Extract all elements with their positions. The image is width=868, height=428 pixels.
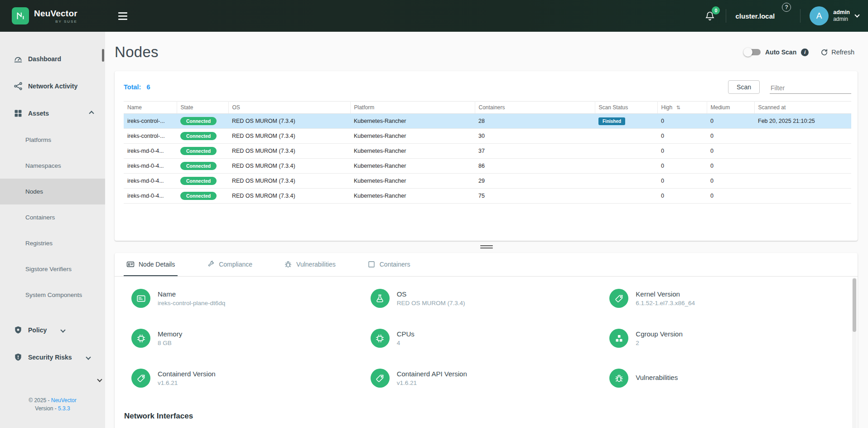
menu-toggle-button[interactable] xyxy=(116,10,130,23)
sidebar-item-namespaces[interactable]: Namespaces xyxy=(0,153,105,179)
cell-high: 0 xyxy=(657,174,707,189)
panel-resize-handle[interactable] xyxy=(480,244,493,249)
sidebar-item-containers[interactable]: Containers xyxy=(0,204,105,230)
column-header-name[interactable]: Name xyxy=(124,102,177,114)
sidebar-item-assets[interactable]: Assets xyxy=(0,100,105,127)
column-header-scanned-at[interactable]: Scanned at xyxy=(754,102,851,114)
dashboard-icon xyxy=(14,54,23,63)
network-interfaces-title: Network Interfaces xyxy=(124,412,858,421)
copyright-text: © 2025 - xyxy=(29,397,49,404)
cell-medium: 0 xyxy=(707,144,754,159)
tab-vulnerabilities[interactable]: Vulnerabilities xyxy=(281,253,338,276)
logo-name: NeuVector xyxy=(34,9,77,19)
total-count: Total:6 xyxy=(124,83,150,91)
user-avatar: A xyxy=(810,6,829,25)
cell-os: RED OS MUROM (7.3.4) xyxy=(228,159,350,174)
column-header-state[interactable]: State xyxy=(177,102,228,114)
cell-medium: 0 xyxy=(707,174,754,189)
help-icon[interactable]: ? xyxy=(782,3,791,12)
refresh-button[interactable]: Refresh xyxy=(820,49,854,56)
sidebar-item-system-components[interactable]: System Components xyxy=(0,282,105,308)
logo-byline: BY SUSE xyxy=(34,19,77,24)
cell-high: 0 xyxy=(657,129,707,144)
top-bar: NeuVector BY SUSE 0 cluster.local ? A ad… xyxy=(0,0,868,32)
neuvector-link[interactable]: NeuVector xyxy=(51,397,77,404)
refresh-icon xyxy=(820,49,828,56)
sidebar-item-network-activity[interactable]: Network Activity xyxy=(0,73,105,100)
sidebar-item-label: Security Risks xyxy=(28,354,72,361)
sidebar-scroll-down-icon[interactable] xyxy=(97,377,102,382)
field-memory: Memory 8 GB xyxy=(131,318,371,358)
cell-containers: 75 xyxy=(475,189,595,204)
node-details-card: Node Details Compliance Vulnerabiliti xyxy=(115,253,858,428)
details-scrollbar[interactable] xyxy=(852,277,857,428)
cubes-icon xyxy=(609,329,628,348)
table-row[interactable]: ireks-md-0-4... Connected RED OS MUROM (… xyxy=(124,159,851,174)
sidebar-item-dashboard[interactable]: Dashboard xyxy=(0,45,105,73)
sidebar-item-nodes[interactable]: Nodes xyxy=(0,179,105,204)
node-details-grid: Name ireks-control-plane-dt6dq OS RED OS… xyxy=(115,277,858,398)
cluster-selector[interactable]: cluster.local xyxy=(735,12,775,20)
sidebar: Dashboard Network Activity Assets Platfo… xyxy=(0,32,105,428)
nodes-table: Name State OS Platform Containers Scan S… xyxy=(124,101,851,204)
cell-state: Connected xyxy=(177,159,228,174)
table-header-row: Name State OS Platform Containers Scan S… xyxy=(124,102,851,114)
notifications-bell-button[interactable]: 0 xyxy=(705,10,715,21)
brand-logo[interactable]: NeuVector BY SUSE xyxy=(0,7,105,24)
table-row[interactable]: ireks-control-... Connected RED OS MUROM… xyxy=(124,129,851,144)
column-header-platform[interactable]: Platform xyxy=(350,102,475,114)
chevron-up-icon xyxy=(89,111,94,116)
bug-icon xyxy=(609,369,628,388)
column-header-os[interactable]: OS xyxy=(228,102,350,114)
field-name: Name ireks-control-plane-dt6dq xyxy=(131,278,371,318)
state-badge: Connected xyxy=(180,147,217,155)
cell-containers: 29 xyxy=(475,174,595,189)
tab-containers[interactable]: Containers xyxy=(365,253,413,276)
auto-scan-toggle[interactable] xyxy=(744,49,761,55)
cell-state: Connected xyxy=(177,144,228,159)
cell-state: Connected xyxy=(177,114,228,129)
sidebar-item-security-risks[interactable]: Security Risks xyxy=(0,344,105,371)
user-menu[interactable]: A admin admin xyxy=(810,6,859,25)
cell-os: RED OS MUROM (7.3.4) xyxy=(228,189,350,204)
info-icon[interactable]: i xyxy=(801,49,809,56)
bug-icon xyxy=(284,260,292,268)
column-header-medium[interactable]: Medium xyxy=(707,102,754,114)
chevron-down-icon xyxy=(61,327,66,332)
version-link[interactable]: 5.3.3 xyxy=(58,405,70,412)
assets-icon xyxy=(14,109,23,118)
column-header-high[interactable]: High ⇅ xyxy=(657,102,707,114)
details-scrollbar-thumb[interactable] xyxy=(853,278,856,332)
topbar-divider xyxy=(726,9,726,23)
table-row[interactable]: ireks-md-0-4... Connected RED OS MUROM (… xyxy=(124,189,851,204)
sidebar-item-sigstore-verifiers[interactable]: Sigstore Verifiers xyxy=(0,256,105,282)
table-body: ireks-control-... Connected RED OS MUROM… xyxy=(124,114,851,204)
auto-scan-control: Auto Scan i xyxy=(744,49,809,56)
sidebar-item-registries[interactable]: Registries xyxy=(0,230,105,256)
toggle-thumb xyxy=(743,48,752,57)
sidebar-item-policy[interactable]: Policy xyxy=(0,316,105,344)
table-row[interactable]: ireks-control-... Connected RED OS MUROM… xyxy=(124,114,851,129)
container-icon xyxy=(367,260,376,268)
scan-button[interactable]: Scan xyxy=(728,80,760,94)
column-header-scan-status[interactable]: Scan Status xyxy=(595,102,657,114)
user-name: admin xyxy=(833,9,850,16)
cell-high: 0 xyxy=(657,144,707,159)
tab-compliance[interactable]: Compliance xyxy=(204,253,255,276)
sidebar-item-label: Dashboard xyxy=(28,55,61,63)
sidebar-item-platforms[interactable]: Platforms xyxy=(0,127,105,153)
scan-status-badge: Finished xyxy=(598,117,625,125)
state-badge: Connected xyxy=(180,162,217,170)
column-header-containers[interactable]: Containers xyxy=(475,102,595,114)
filter-input[interactable] xyxy=(770,83,851,94)
cell-os: RED OS MUROM (7.3.4) xyxy=(228,129,350,144)
cell-scan-status xyxy=(595,144,657,159)
cell-platform: Kubernetes-Rancher xyxy=(350,174,475,189)
tab-node-details[interactable]: Node Details xyxy=(124,253,178,276)
main-content: Nodes Auto Scan i Refresh Total:6 xyxy=(105,0,868,428)
table-row[interactable]: ireks-md-0-4... Connected RED OS MUROM (… xyxy=(124,174,851,189)
auto-scan-label: Auto Scan xyxy=(765,49,796,56)
sidebar-scrollbar-thumb[interactable] xyxy=(102,49,104,62)
table-row[interactable]: ireks-md-0-4... Connected RED OS MUROM (… xyxy=(124,144,851,159)
cell-medium: 0 xyxy=(707,114,754,129)
